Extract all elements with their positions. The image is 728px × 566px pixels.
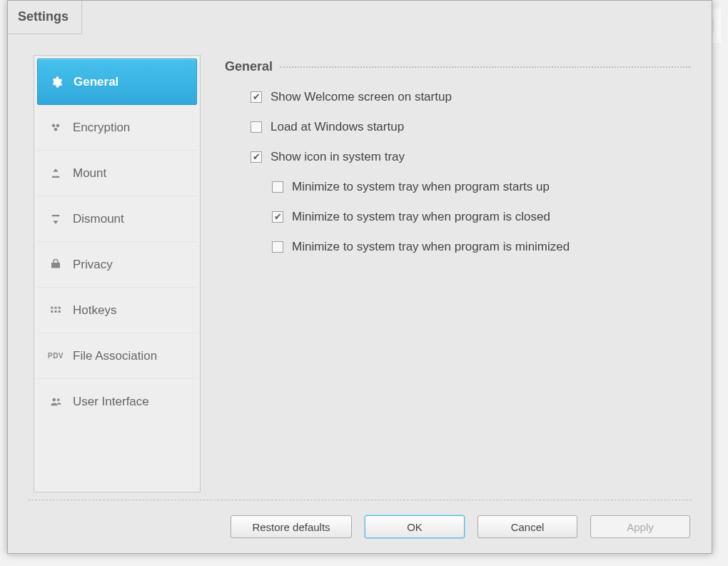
svg-rect-8 xyxy=(59,310,61,313)
sidebar-item-encryption[interactable]: Encryption xyxy=(37,105,197,151)
option-row-1[interactable]: Load at Windows startup xyxy=(251,120,690,134)
mount-icon xyxy=(49,166,63,181)
option-row-4[interactable]: Minimize to system tray when program is … xyxy=(272,210,690,224)
option-label: Minimize to system tray when program sta… xyxy=(292,180,550,194)
option-row-3[interactable]: Minimize to system tray when program sta… xyxy=(272,180,690,194)
checkbox[interactable] xyxy=(251,151,262,163)
sidebar-item-label: Dismount xyxy=(73,212,124,226)
svg-rect-5 xyxy=(59,306,61,308)
gear-icon xyxy=(49,75,64,89)
dialog-title: Settings xyxy=(8,1,82,34)
sidebar-item-label: Encryption xyxy=(73,121,130,135)
svg-rect-3 xyxy=(51,306,53,308)
settings-sidebar: General Encryption Mount Dismount xyxy=(34,55,201,492)
option-label: Minimize to system tray when program is … xyxy=(292,210,550,224)
option-label: Load at Windows startup xyxy=(271,120,404,134)
sidebar-item-label: General xyxy=(74,75,118,89)
option-label: Show Welcome screen on startup xyxy=(271,90,452,104)
settings-dialog: Settings General Encryption Mount xyxy=(7,0,712,554)
hotkeys-icon xyxy=(49,303,63,318)
option-row-0[interactable]: Show Welcome screen on startup xyxy=(251,90,690,104)
sidebar-item-dismount[interactable]: Dismount xyxy=(37,196,197,242)
sidebar-item-label: Mount xyxy=(73,166,106,181)
svg-point-2 xyxy=(54,128,58,131)
svg-point-1 xyxy=(56,123,60,127)
option-label: Show icon in system tray xyxy=(271,150,405,164)
user-interface-icon xyxy=(49,395,63,409)
ok-button[interactable]: OK xyxy=(365,515,465,538)
svg-rect-6 xyxy=(51,310,53,313)
section-divider xyxy=(280,66,690,68)
svg-rect-4 xyxy=(55,306,57,308)
cancel-button[interactable]: Cancel xyxy=(477,515,577,538)
settings-content: General Show Welcome screen on startupLo… xyxy=(225,55,690,492)
restore-defaults-button[interactable]: Restore defaults xyxy=(231,515,352,538)
checkbox[interactable] xyxy=(251,121,262,133)
sidebar-item-mount[interactable]: Mount xyxy=(37,151,197,196)
sidebar-item-privacy[interactable]: Privacy xyxy=(37,242,197,288)
svg-point-9 xyxy=(53,398,56,401)
sidebar-item-label: Privacy xyxy=(73,258,113,272)
sidebar-item-label: File Association xyxy=(73,349,157,363)
sidebar-item-label: User Interface xyxy=(73,395,149,409)
svg-point-0 xyxy=(52,123,56,127)
sidebar-item-label: Hotkeys xyxy=(73,303,116,318)
sidebar-item-file-association[interactable]: PDV File Association xyxy=(37,333,197,379)
checkbox[interactable] xyxy=(272,211,283,223)
dialog-footer: Restore defaults OK Cancel Apply xyxy=(8,500,712,553)
apply-button[interactable]: Apply xyxy=(590,515,690,538)
sidebar-item-hotkeys[interactable]: Hotkeys xyxy=(37,288,197,333)
privacy-icon xyxy=(49,258,63,272)
checkbox[interactable] xyxy=(272,241,283,253)
dismount-icon xyxy=(49,212,63,226)
sidebar-item-user-interface[interactable]: User Interface xyxy=(37,379,197,424)
settings-options: Show Welcome screen on startupLoad at Wi… xyxy=(225,90,690,254)
section-header: General xyxy=(225,59,690,74)
checkbox[interactable] xyxy=(272,181,283,193)
section-title: General xyxy=(225,59,273,74)
file-association-icon: PDV xyxy=(49,349,63,363)
svg-rect-7 xyxy=(55,310,57,313)
option-row-5[interactable]: Minimize to system tray when program is … xyxy=(272,240,690,254)
option-row-2[interactable]: Show icon in system tray xyxy=(251,150,690,164)
sidebar-item-general[interactable]: General xyxy=(37,59,197,105)
dialog-titlebar: Settings xyxy=(8,1,712,34)
checkbox[interactable] xyxy=(251,91,262,103)
encryption-icon xyxy=(49,121,63,135)
option-label: Minimize to system tray when program is … xyxy=(292,240,570,254)
svg-point-10 xyxy=(57,398,60,401)
